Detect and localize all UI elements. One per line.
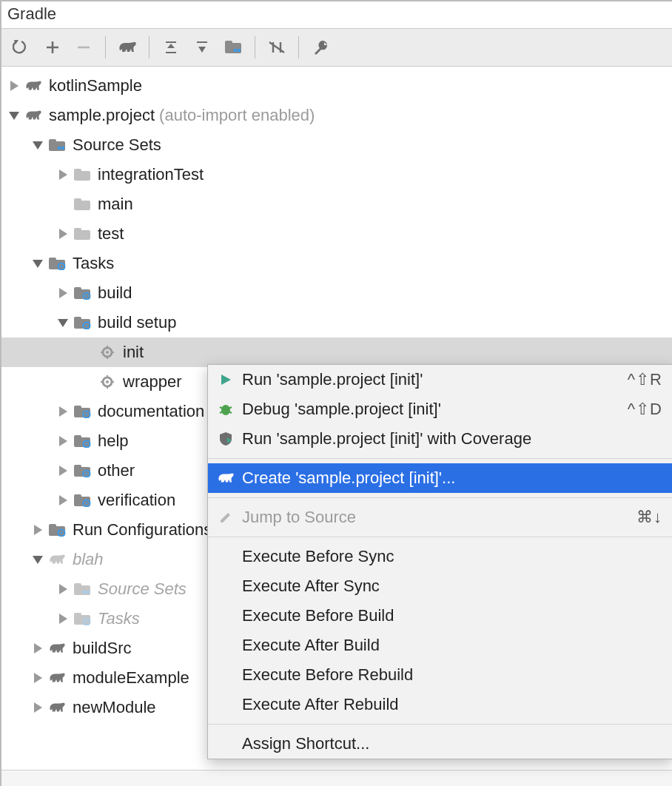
folder-module-faded-icon [73, 581, 92, 597]
expand-toggle[interactable] [55, 229, 71, 239]
folder-gear-faded-icon [73, 611, 92, 627]
folder-gear-icon [73, 492, 92, 508]
expand-toggle[interactable] [55, 466, 71, 476]
menu-item-label: Create 'sample.project [init]'... [242, 468, 662, 488]
svg-point-27 [106, 351, 109, 354]
expand-toggle[interactable] [55, 495, 71, 505]
menu-item[interactable]: Execute After Sync [208, 571, 672, 601]
tree-item-sample.project[interactable]: sample.project(auto-import enabled) [1, 101, 672, 130]
svg-rect-19 [74, 287, 81, 292]
menu-item[interactable]: Assign Shortcut... [208, 729, 672, 759]
tree-item-integrationTest[interactable]: integrationTest [1, 160, 672, 189]
expand-toggle[interactable] [30, 702, 46, 713]
svg-rect-11 [74, 198, 81, 203]
expand-toggle[interactable] [55, 436, 71, 446]
folder-module-icon [224, 40, 242, 55]
folder-gear-icon [73, 463, 92, 479]
module-view-button[interactable] [219, 33, 247, 61]
svg-rect-47 [74, 465, 81, 469]
folder-gear-icon [47, 255, 67, 272]
expand-toggle[interactable] [30, 141, 46, 150]
expand-toggle[interactable] [55, 584, 71, 594]
tree-item-hint: (auto-import enabled) [159, 101, 315, 130]
toggle-offline-button[interactable] [263, 33, 291, 61]
svg-rect-1 [225, 41, 232, 45]
menu-item[interactable]: Execute Before Sync [208, 542, 672, 571]
menu-item[interactable]: Create 'sample.project [init]'... [208, 463, 672, 493]
menu-item[interactable]: Execute Before Rebuild [208, 660, 672, 690]
tree-item-kotlinSample[interactable]: kotlinSample [1, 71, 672, 101]
tree-item-label: documentation [98, 397, 204, 426]
expand-all-button[interactable] [157, 33, 185, 61]
folder-icon [73, 196, 92, 212]
menu-item[interactable]: Execute Before Build [208, 601, 672, 631]
settings-button[interactable] [306, 33, 335, 61]
svg-rect-63 [74, 613, 81, 617]
elephant-faded-icon [47, 551, 67, 568]
expand-toggle[interactable] [30, 673, 46, 683]
tree-item-buildSetup[interactable]: build setup [1, 308, 672, 337]
expand-toggle[interactable] [6, 112, 22, 120]
expand-toggle[interactable] [55, 169, 71, 180]
menu-separator [208, 724, 672, 725]
menu-item-label: Run 'sample.project [init]' with Coverag… [242, 429, 662, 449]
menu-item-shortcut: ^⇧D [628, 400, 662, 419]
folder-gear-icon [47, 522, 67, 538]
expand-toggle[interactable] [30, 525, 46, 535]
elephant-white-icon [214, 471, 238, 485]
panel-title: Gradle [1, 1, 672, 28]
run-icon [214, 373, 238, 386]
svg-point-17 [61, 266, 63, 268]
tree-item-test[interactable]: test [1, 219, 672, 249]
elephant-icon [24, 78, 43, 94]
svg-rect-15 [49, 258, 56, 262]
svg-rect-6 [58, 147, 61, 150]
remove-button[interactable] [70, 33, 98, 61]
folder-icon [73, 226, 92, 242]
menu-item[interactable]: Debug 'sample.project [init]'^⇧D [208, 394, 672, 424]
svg-rect-13 [74, 228, 81, 232]
gradle-elephant-button[interactable] [113, 33, 141, 61]
menu-item[interactable]: Run 'sample.project [init]'^⇧R [208, 365, 672, 394]
tree-item-label: kotlinSample [49, 71, 142, 100]
expand-toggle[interactable] [55, 614, 71, 624]
svg-rect-60 [83, 591, 86, 594]
tree-item-label: build setup [98, 308, 176, 337]
tree-item-tasks[interactable]: Tasks [1, 249, 672, 278]
expand-toggle[interactable] [30, 643, 46, 654]
tree-item-build[interactable]: build [1, 278, 672, 308]
tree-item-init[interactable]: init [1, 337, 672, 367]
menu-separator [208, 537, 672, 537]
menu-item-label: Execute After Rebuild [242, 695, 662, 714]
expand-toggle[interactable] [30, 556, 46, 564]
tree-item-label: Run Configurations [73, 515, 212, 544]
expand-toggle[interactable] [55, 406, 71, 417]
svg-rect-5 [49, 139, 56, 144]
svg-point-49 [86, 473, 88, 475]
menu-item[interactable]: Run 'sample.project [init]' with Coverag… [208, 424, 672, 454]
add-button[interactable] [38, 33, 67, 61]
menu-item-label: Assign Shortcut... [242, 734, 662, 753]
refresh-button[interactable] [7, 33, 36, 61]
expand-toggle[interactable] [55, 288, 71, 298]
debug-icon [214, 403, 238, 416]
tree-item-label: newModule [73, 693, 156, 722]
tree-item-label: wrapper [123, 367, 181, 396]
gear-icon [98, 344, 117, 360]
expand-toggle[interactable] [6, 81, 22, 91]
menu-item-label: Execute Before Build [242, 606, 662, 625]
svg-point-66 [221, 405, 230, 415]
refresh-icon [13, 38, 30, 56]
expand-toggle[interactable] [55, 319, 71, 327]
context-menu[interactable]: Run 'sample.project [init]'^⇧RDebug 'sam… [207, 364, 672, 759]
tree-item-label: moduleExample [73, 663, 189, 692]
gear-icon [98, 374, 117, 390]
collapse-all-button[interactable] [188, 33, 216, 61]
tree-item-main[interactable]: main [1, 189, 672, 219]
menu-item[interactable]: Execute After Build [208, 631, 672, 660]
tree-item-sourceSets[interactable]: Source Sets [1, 130, 672, 160]
expand-toggle[interactable] [30, 260, 46, 268]
menu-item[interactable]: Execute After Rebuild [208, 690, 672, 719]
folder-gear-icon [73, 433, 92, 449]
menu-item-label: Execute Before Sync [242, 547, 662, 566]
